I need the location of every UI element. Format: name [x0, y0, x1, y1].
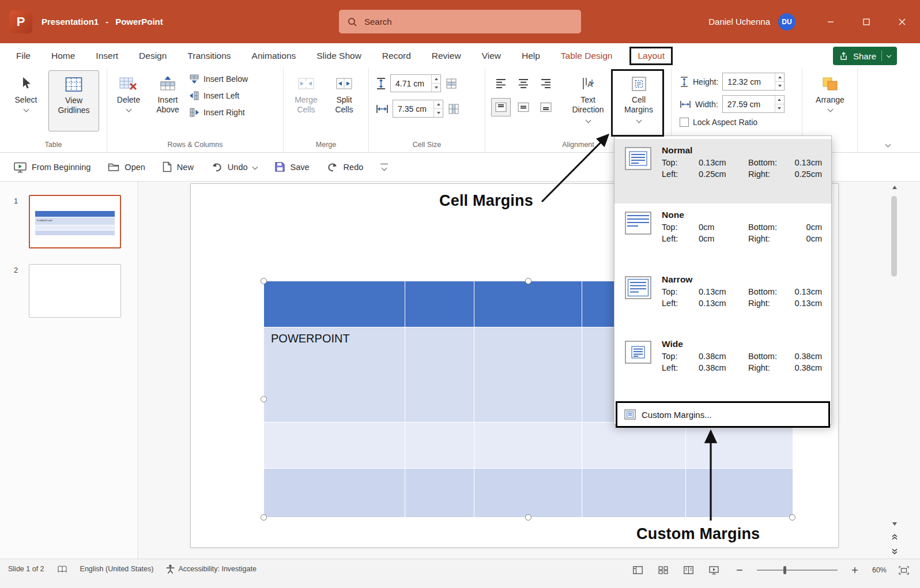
zoom-in-button[interactable] — [847, 563, 863, 577]
table-cell-powerpoint[interactable]: POWERPOINT — [264, 327, 405, 423]
chevron-down-icon[interactable] — [252, 164, 258, 170]
cell-height-spinner[interactable] — [431, 75, 440, 92]
minimize-button[interactable] — [813, 0, 849, 43]
insert-above-button[interactable]: Insert Above — [150, 70, 186, 131]
tab-review[interactable]: Review — [432, 51, 461, 61]
table-handle-bottom-left[interactable] — [261, 514, 267, 521]
cell-margins-option-narrow[interactable]: Narrow Top: 0.13cm Bottom:0.13cm Left: 0… — [614, 268, 831, 333]
distribute-rows-button[interactable] — [445, 78, 458, 89]
custom-margins-option[interactable]: Custom Margins... — [616, 401, 830, 428]
reading-view-button[interactable] — [681, 563, 697, 577]
open-button[interactable]: Open — [108, 162, 145, 172]
maximize-button[interactable] — [849, 0, 884, 43]
tab-home[interactable]: Home — [51, 51, 75, 61]
account-name[interactable]: Daniel Uchenna — [708, 17, 770, 27]
previous-slide-button[interactable] — [888, 532, 901, 542]
lock-aspect-ratio-option[interactable]: Lock Aspect Ratio — [680, 118, 802, 127]
slide-indicator[interactable]: Slide 1 of 2 — [8, 565, 44, 573]
tab-slide-show[interactable]: Slide Show — [316, 51, 361, 61]
zoom-out-button[interactable] — [732, 563, 748, 577]
table-height-input[interactable]: 12.32 cm — [722, 73, 785, 91]
tab-view[interactable]: View — [482, 51, 501, 61]
align-left-button[interactable] — [491, 74, 511, 92]
align-center-button[interactable] — [514, 74, 533, 92]
share-button[interactable]: Share — [833, 47, 897, 65]
tab-file[interactable]: File — [16, 51, 31, 61]
table-width-spinner[interactable] — [775, 96, 784, 112]
tab-help[interactable]: Help — [522, 51, 540, 61]
tab-record[interactable]: Record — [382, 51, 411, 61]
tab-animations[interactable]: Animations — [252, 51, 296, 61]
tab-design[interactable]: Design — [139, 51, 167, 61]
insert-below-icon — [189, 74, 199, 84]
cell-margins-option-none[interactable]: None Top: 0cm Bottom:0cm Left: 0cm Right… — [614, 203, 831, 268]
close-button[interactable] — [884, 0, 920, 43]
new-button[interactable]: New — [163, 161, 194, 172]
undo-button[interactable]: Undo — [211, 161, 257, 172]
select-button[interactable]: Select — [9, 70, 43, 131]
vertical-scrollbar — [888, 183, 901, 557]
group-label-table: Table — [0, 141, 107, 149]
align-bottom-button[interactable] — [536, 98, 556, 116]
tab-table-design[interactable]: Table Design — [561, 51, 613, 61]
scroll-up-button[interactable] — [888, 183, 901, 191]
table-handle-top-left[interactable] — [261, 278, 267, 284]
slide-1-thumbnail[interactable]: POWERPOINT — [29, 195, 121, 248]
search-input[interactable]: Search — [339, 10, 581, 33]
split-cells-button[interactable]: Split Cells — [327, 70, 361, 131]
accessibility-button[interactable]: Accessibility: Investigate — [166, 564, 256, 574]
cell-margins-option-wide[interactable]: Wide Top: 0.38cm Bottom:0.38cm Left: 0.3… — [614, 333, 831, 397]
slide-2-thumbnail[interactable] — [29, 264, 121, 318]
lock-aspect-ratio-checkbox[interactable] — [680, 118, 689, 127]
spellcheck-icon[interactable] — [57, 566, 67, 573]
cell-height-input[interactable]: 4.71 cm — [390, 74, 441, 92]
insert-right-button[interactable]: Insert Right — [189, 107, 248, 118]
select-cursor-icon — [21, 74, 31, 93]
more-commands-button[interactable] — [380, 164, 388, 170]
chevron-down-icon — [126, 107, 131, 112]
view-gridlines-button[interactable]: View Gridlines — [48, 70, 99, 131]
table-handle-mid-left[interactable] — [261, 396, 267, 402]
delete-button[interactable]: Delete — [112, 70, 145, 131]
fit-to-window-button[interactable] — [896, 563, 912, 577]
align-right-button[interactable] — [536, 74, 556, 92]
cell-width-spinner[interactable] — [433, 100, 443, 117]
slideshow-view-button[interactable] — [706, 563, 722, 577]
save-button[interactable]: Save — [274, 161, 310, 172]
custom-margins-label: Custom Margins... — [642, 410, 712, 420]
distribute-columns-button[interactable] — [447, 103, 460, 115]
slide-sorter-view-button[interactable] — [655, 563, 672, 577]
next-slide-button[interactable] — [888, 546, 901, 557]
insert-below-button[interactable]: Insert Below — [189, 74, 248, 84]
table-width-input[interactable]: 27.59 cm — [722, 95, 785, 113]
arrange-button[interactable]: Arrange — [807, 70, 853, 131]
table-handle-bottom-center[interactable] — [525, 514, 531, 521]
table-handle-top-center[interactable] — [525, 278, 531, 284]
redo-button[interactable]: Redo — [327, 161, 364, 172]
cell-margins-option-normal[interactable]: Normal Top: 0.13cm Bottom:0.13cm Left: 0… — [614, 139, 831, 203]
tab-insert[interactable]: Insert — [96, 51, 118, 61]
tab-layout[interactable]: Layout — [629, 47, 673, 65]
from-beginning-label: From Beginning — [32, 163, 91, 172]
collapse-ribbon-chevron[interactable] — [885, 142, 891, 148]
zoom-percentage[interactable]: 60% — [872, 566, 887, 574]
align-top-button[interactable] — [491, 98, 511, 116]
insert-left-icon — [189, 91, 199, 101]
zoom-slider[interactable] — [757, 570, 838, 571]
tab-transitions[interactable]: Transitions — [187, 51, 231, 61]
scroll-down-button[interactable] — [888, 520, 901, 528]
center-vertically-button[interactable] — [514, 98, 533, 116]
cell-width-input[interactable]: 7.35 cm — [393, 100, 443, 118]
table-height-spinner[interactable] — [775, 73, 784, 90]
vertical-scrollbar-thumb[interactable] — [891, 196, 897, 277]
from-beginning-button[interactable]: From Beginning — [14, 161, 91, 173]
annotation-custom-margins-label: Custom Margins — [636, 525, 760, 543]
zoom-slider-thumb[interactable] — [783, 566, 786, 574]
insert-left-button[interactable]: Insert Left — [189, 91, 248, 101]
text-direction-button[interactable]: A Text Direction — [567, 70, 609, 131]
language-button[interactable]: English (United States) — [80, 565, 154, 573]
powerpoint-logo[interactable]: P — [9, 10, 32, 33]
avatar[interactable]: DU — [778, 13, 795, 31]
normal-view-button[interactable] — [630, 563, 646, 577]
table-handle-bottom-right[interactable] — [789, 514, 795, 521]
